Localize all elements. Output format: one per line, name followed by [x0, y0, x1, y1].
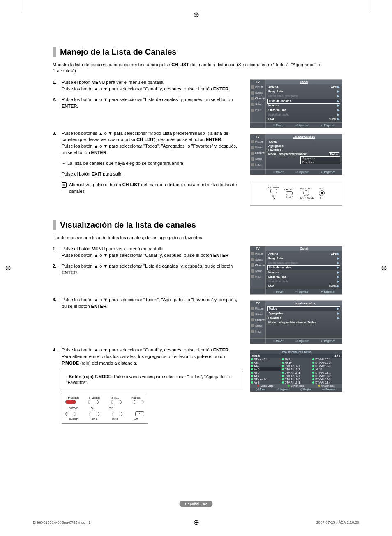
osd-canal-2: TV Canal Picture Sound Channel Setup Inp… [250, 246, 342, 295]
osd-lista-2: TV Lista de canales Picture Sound Channe… [250, 300, 342, 344]
channel-item: DTV Air 10-1 [311, 358, 342, 361]
channel-item: DTV Air 13-3 [311, 377, 342, 381]
channel-item: Air 12 [311, 367, 342, 371]
remote-diagram-2: P.MODE S.MODE STILL P.SIZE FAV.CH ↖ PIP [62, 393, 148, 424]
channel-item: DTV Air 10-1 [281, 364, 311, 367]
section-1-title: Manejo de la Lista de Canales [53, 47, 344, 57]
doc-footer: BN68-01308A-00Spa-0723.indd 42 2007-07-2… [33, 520, 359, 524]
step-2-2: Pulse los botón ▲ o ▼ para seleccionar "… [53, 263, 243, 276]
step-1-2: Pulse los botón ▲ o ▼ para seleccionar "… [53, 97, 243, 110]
channel-item: Air 5 [250, 367, 281, 371]
channel-item: DTV Air 10-3 [281, 371, 311, 374]
step-1-1: Pulse el botón MENU para ver el menú en … [53, 79, 243, 92]
channel-item: DTV Air 13-4 [311, 381, 342, 384]
channel-item: Air3 [250, 361, 281, 364]
section-2-title: Visualización de la lista de canales [53, 220, 344, 230]
osd-canal-1: TV Canal Picture Sound Channel Setup Inp… [250, 79, 342, 128]
channel-item: Air 8 [250, 381, 281, 384]
registration-mark-left: ⊕ [5, 263, 11, 273]
channel-item: DTV Air 13-2 [311, 374, 342, 377]
section-1-intro: Muestra la lista de canales automaticame… [53, 62, 344, 74]
channel-item: DTV Air 7-1 [250, 377, 281, 381]
channel-item: DTV Air 10-2 [281, 367, 311, 371]
step-2-3: Pulse los botón ▲ o ▼ para seleccionar "… [53, 297, 243, 310]
page-number-badge: Español - 42 [179, 501, 212, 507]
channel-item: Air 10 [281, 361, 311, 364]
osd-lista-1: TV Lista de canales Picture Sound Channe… [250, 134, 342, 175]
channel-item: Air 9 [281, 358, 311, 361]
channel-item: DTV Air 2-1 [250, 358, 281, 361]
channel-item: Air 6 [250, 371, 281, 374]
pmode-tip: • Botón (rojo) P.MODE: Púlselo varias ve… [62, 371, 243, 388]
channel-item: Air 7 [250, 374, 281, 377]
remote-diagram-1: ANTENNA↖ CH LISTSTOP WISELINKPLAY/PAUSE … [250, 181, 342, 206]
channel-item: Air4 [250, 364, 281, 367]
channel-item: DTV Air 10-1 [281, 374, 311, 377]
exit-note: Pulse el botón EXIT para salir. [53, 171, 243, 178]
channel-list-grid: Lista de canales / Todos Aire 51 / 2 DTV… [250, 350, 342, 392]
channel-item: DTV Air 10-3 [281, 381, 311, 384]
channel-item: DTV Air 13-1 [311, 371, 342, 374]
note-icon: ➣ [62, 161, 65, 167]
alt-note: ▭ Alternativo, pulse el botón CH LIST de… [53, 182, 243, 195]
step-2-1: Pulse el botón MENU para ver el menú en … [53, 246, 243, 259]
remote-key-icon: ▭ [62, 182, 67, 188]
note-1: ➣ La lista de canales que haya elegido s… [53, 160, 243, 167]
step-2-4: Pulse los botón ▲ o ▼ para seleccionar "… [53, 347, 243, 367]
channel-item: DTV Air 10-2 [281, 377, 311, 381]
step-1-3: Pulse los botones ▲ o ▼ para seleccionar… [53, 130, 243, 157]
section-2-intro: Puede mostrar una lista de todos los can… [53, 235, 344, 241]
registration-mark-top: ⊕ [193, 10, 199, 19]
channel-item: DTV Air 10-3 [311, 364, 342, 367]
registration-mark-right: ⊕ [381, 263, 387, 273]
channel-item: DTV Air 10-2 [311, 361, 342, 364]
